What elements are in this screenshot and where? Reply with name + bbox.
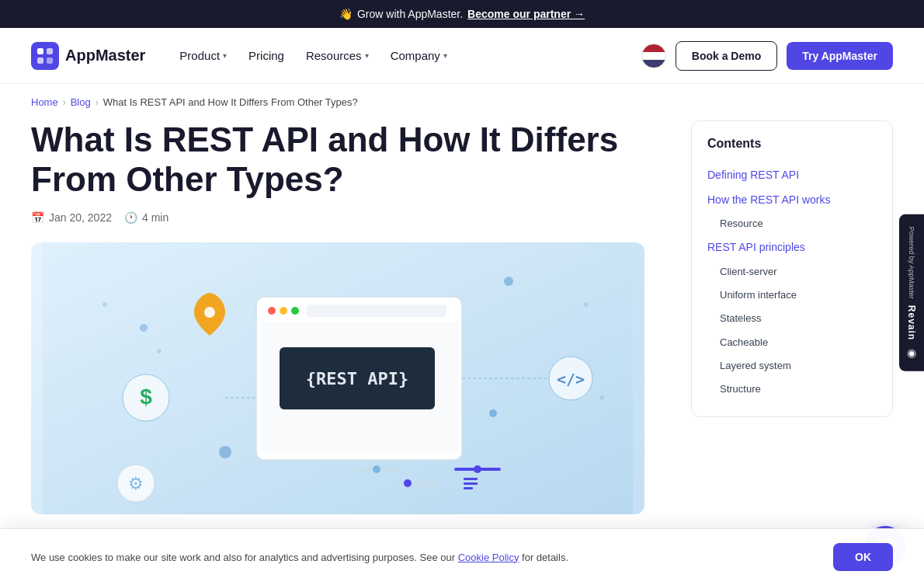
revain-icon: ◉	[905, 346, 918, 359]
sidebar: Contents Defining REST API How the REST …	[691, 120, 893, 417]
breadcrumb-blog[interactable]: Blog	[71, 96, 91, 108]
revain-brand-label: Revain	[906, 305, 917, 340]
cookie-policy-link[interactable]: Cookie Policy	[458, 552, 519, 562]
svg-point-19	[291, 307, 299, 315]
toc-item-stateless[interactable]: Stateless	[707, 307, 877, 330]
calendar-icon: 📅	[31, 211, 44, 224]
book-demo-button[interactable]: Book a Demo	[676, 41, 777, 71]
svg-point-32	[373, 465, 380, 473]
svg-point-10	[157, 349, 162, 353]
header-right: Book a Demo Try AppMaster	[641, 41, 893, 71]
toc-item-layered-system[interactable]: Layered system	[707, 354, 877, 378]
header: AppMaster Product ▾ Pricing Resources ▾ …	[0, 28, 924, 84]
try-appmaster-button[interactable]: Try AppMaster	[787, 42, 893, 70]
nav-arrow-product: ▾	[223, 51, 227, 60]
logo-icon	[31, 42, 59, 70]
svg-rect-20	[307, 305, 446, 317]
read-time-text: 4 min	[142, 211, 168, 224]
toc-container: Contents Defining REST API How the REST …	[691, 120, 893, 417]
banner-cta[interactable]: Become our partner →	[467, 8, 585, 20]
svg-text:⚙: ⚙	[128, 474, 144, 493]
nav-label-product: Product	[179, 49, 220, 62]
nav-label-resources: Resources	[306, 49, 362, 62]
svg-point-34	[404, 479, 412, 487]
nav-arrow-company: ▾	[443, 51, 447, 60]
date-text: Jan 20, 2022	[49, 211, 112, 224]
svg-point-17	[268, 307, 276, 315]
toc-item-client-server[interactable]: Client-server	[707, 260, 877, 284]
cookie-banner: We use cookies to make our site work and…	[0, 528, 924, 561]
svg-rect-1	[47, 48, 53, 54]
toc-item-defining[interactable]: Defining REST API	[707, 163, 877, 188]
nav: Product ▾ Pricing Resources ▾ Company ▾	[170, 43, 456, 68]
nav-item-resources[interactable]: Resources ▾	[297, 43, 378, 68]
clock-icon: 🕐	[124, 211, 137, 224]
svg-rect-38	[464, 482, 478, 485]
svg-point-13	[204, 307, 215, 318]
revain-powered-label: Powered by AppMaster	[908, 226, 915, 298]
svg-text:</>: </>	[557, 370, 585, 388]
nav-item-pricing[interactable]: Pricing	[239, 43, 294, 68]
cookie-text: We use cookies to make our site work and…	[31, 552, 818, 562]
nav-item-product[interactable]: Product ▾	[170, 43, 236, 68]
svg-point-33	[474, 465, 481, 473]
article-meta: 📅 Jan 20, 2022 🕐 4 min	[31, 211, 644, 224]
nav-item-company[interactable]: Company ▾	[381, 43, 457, 68]
breadcrumb-home[interactable]: Home	[31, 96, 58, 108]
toc-item-cacheable[interactable]: Cacheable	[707, 331, 877, 354]
toc-item-how-works[interactable]: How the REST API works	[707, 188, 877, 213]
svg-text:$: $	[140, 385, 152, 409]
svg-point-9	[102, 302, 107, 307]
svg-point-35	[415, 479, 423, 487]
article-read-time: 🕐 4 min	[124, 211, 168, 224]
us-flag-icon	[641, 44, 666, 68]
svg-rect-0	[37, 48, 43, 54]
svg-point-11	[584, 302, 589, 307]
banner-emoji: 👋	[339, 8, 353, 20]
breadcrumb-sep-1: ›	[63, 97, 66, 108]
svg-text:{REST API}: {REST API}	[306, 369, 408, 388]
revain-widget[interactable]: Powered by AppMaster Revain ◉	[899, 214, 924, 371]
language-selector[interactable]	[641, 44, 666, 68]
top-banner: 👋 Grow with AppMaster. Become our partne…	[0, 0, 924, 28]
svg-point-6	[219, 446, 231, 458]
toc-item-uniform-interface[interactable]: Uniform interface	[707, 284, 877, 307]
article-date: 📅 Jan 20, 2022	[31, 211, 112, 224]
nav-arrow-resources: ▾	[365, 51, 369, 60]
svg-rect-37	[464, 478, 478, 480]
svg-point-36	[427, 479, 435, 487]
toc-item-structure[interactable]: Structure	[707, 378, 877, 401]
nav-label-company: Company	[391, 49, 440, 62]
svg-rect-3	[47, 57, 53, 64]
svg-point-7	[489, 409, 497, 417]
svg-rect-39	[464, 487, 473, 489]
toc-title: Contents	[707, 137, 877, 151]
page-layout: What Is REST API and How It Differs From…	[0, 120, 924, 561]
banner-text: Grow with AppMaster.	[357, 8, 463, 20]
header-left: AppMaster Product ▾ Pricing Resources ▾ …	[31, 42, 457, 70]
svg-point-12	[599, 395, 604, 400]
breadcrumb-current: What Is REST API and How It Differs From…	[103, 96, 358, 108]
nav-label-pricing: Pricing	[248, 49, 284, 62]
toc-item-principles[interactable]: REST API principles	[707, 235, 877, 260]
svg-point-5	[504, 277, 513, 286]
article-title: What Is REST API and How It Differs From…	[31, 120, 644, 199]
toc-item-resource[interactable]: Resource	[707, 212, 877, 235]
logo[interactable]: AppMaster	[31, 42, 145, 70]
svg-point-18	[280, 307, 287, 315]
svg-point-8	[140, 324, 148, 332]
logo-text: AppMaster	[65, 47, 145, 64]
svg-rect-2	[37, 57, 43, 64]
cookie-ok-button[interactable]: OK	[833, 543, 893, 561]
breadcrumb-sep-2: ›	[96, 97, 99, 108]
hero-image: $ {REST API} </> ⚙	[31, 242, 644, 514]
breadcrumb: Home › Blog › What Is REST API and How I…	[0, 84, 924, 120]
main-content: What Is REST API and How It Differs From…	[31, 120, 644, 514]
